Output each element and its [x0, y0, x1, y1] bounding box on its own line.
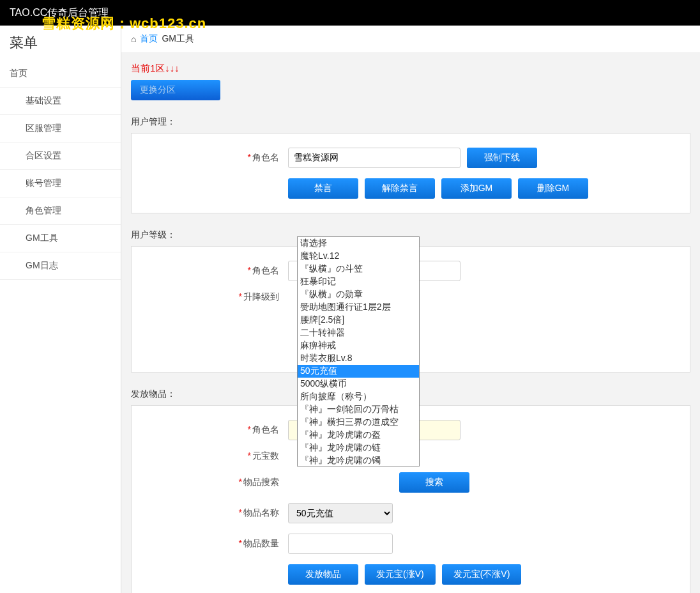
role-label-2: 角色名 [252, 265, 279, 275]
dropdown-option[interactable]: 所向披靡（称号） [298, 390, 419, 403]
watermark: 雪糕资源网：wcb123.cn [42, 14, 206, 33]
dropdown-option[interactable]: 二十转神器 [298, 327, 419, 339]
item-name-label: 物品名称 [243, 507, 279, 518]
breadcrumb-home[interactable]: 首页 [140, 33, 158, 45]
sidebar-menu: 首页基础设置区服管理合区设置账号管理角色管理GM工具GM日志 [0, 60, 121, 280]
item-dropdown-list[interactable]: 请选择魔轮Lv.12『纵横』の斗笠狂暴印记『纵横』の勋章赞助地图通行证1层2层腰… [297, 236, 420, 466]
level-to-label: 升降级到 [243, 291, 279, 302]
del-gm-button[interactable]: 删除GM [518, 178, 588, 199]
dropdown-option[interactable]: 时装衣服Lv.8 [298, 352, 419, 365]
yuanbao-label: 元宝数 [252, 451, 279, 461]
sidebar-item[interactable]: GM工具 [0, 225, 121, 252]
sidebar-item[interactable]: 合区设置 [0, 142, 121, 170]
user-mgmt-panel: *角色名 强制下线 禁言 解除禁言 添加GM 删除GM [131, 133, 690, 213]
force-offline-button[interactable]: 强制下线 [467, 148, 537, 168]
ban-button[interactable]: 禁言 [288, 178, 358, 199]
dropdown-option[interactable]: 5000纵横币 [298, 378, 419, 390]
sidebar-item[interactable]: 角色管理 [0, 197, 121, 225]
item-search-label: 物品搜索 [243, 477, 279, 487]
sidebar-item[interactable]: 基础设置 [0, 88, 121, 115]
sidebar-item[interactable]: 账号管理 [0, 170, 121, 197]
dropdown-option[interactable]: 『神』龙吟虎啸の盔 [298, 429, 419, 442]
unban-button[interactable]: 解除禁言 [365, 178, 435, 199]
dropdown-option[interactable]: 魔轮Lv.12 [298, 250, 419, 263]
role-name-input[interactable] [288, 148, 460, 168]
dropdown-option[interactable]: 麻痹神戒 [298, 339, 419, 352]
item-qty-input[interactable] [288, 534, 393, 554]
dropdown-option[interactable]: 『神』龙吟虎啸の链 [298, 442, 419, 454]
item-name-select[interactable]: 50元充值 [288, 503, 393, 523]
send-item-button[interactable]: 发放物品 [288, 564, 358, 585]
dropdown-option[interactable]: 狂暴印记 [298, 275, 419, 288]
dropdown-option[interactable]: 腰牌[2.5倍] [298, 314, 419, 327]
dropdown-option[interactable]: 『纵横』の勋章 [298, 288, 419, 301]
change-zone-button[interactable]: 更换分区 [131, 80, 220, 100]
dropdown-option[interactable]: 『神』一剑轮回の万骨枯 [298, 403, 419, 416]
send-role-label: 角色名 [252, 424, 279, 435]
role-label: 角色名 [252, 152, 279, 162]
user-mgmt-title: 用户管理： [131, 116, 690, 128]
zone-notice: 当前1区↓↓↓ [131, 63, 690, 75]
add-gm-button[interactable]: 添加GM [441, 178, 512, 199]
dropdown-option[interactable]: 『纵横』の斗笠 [298, 263, 419, 275]
dropdown-option[interactable]: 50元充值 [298, 365, 419, 378]
dropdown-option[interactable]: 『神』龙吟虎啸の镯 [298, 454, 419, 466]
search-button[interactable]: 搜索 [399, 472, 469, 493]
send-yuanbao-v-button[interactable]: 发元宝(涨V) [365, 564, 436, 585]
breadcrumb: ⌂ 首页 GM工具 [121, 26, 700, 53]
sidebar-item[interactable]: 区服管理 [0, 115, 121, 142]
sidebar-item[interactable]: 首页 [0, 60, 121, 88]
user-level-panel: *角色名 *升降级到 请选择魔轮Lv.12『纵横』の斗笠狂暴印记『纵横』の勋章赞… [131, 246, 690, 373]
sidebar: 菜单 首页基础设置区服管理合区设置账号管理角色管理GM工具GM日志 [0, 26, 121, 593]
home-icon: ⌂ [131, 34, 136, 44]
dropdown-option[interactable]: 『神』横扫三界の道成空 [298, 416, 419, 429]
main-content: ⌂ 首页 GM工具 当前1区↓↓↓ 更换分区 用户管理： *角色名 强制下线 [121, 26, 700, 593]
send-yuanbao-nov-button[interactable]: 发元宝(不涨V) [442, 564, 522, 585]
breadcrumb-current: GM工具 [162, 33, 194, 45]
dropdown-option[interactable]: 请选择 [298, 237, 419, 250]
dropdown-option[interactable]: 赞助地图通行证1层2层 [298, 301, 419, 314]
item-qty-label: 物品数量 [243, 538, 279, 548]
sidebar-item[interactable]: GM日志 [0, 252, 121, 280]
